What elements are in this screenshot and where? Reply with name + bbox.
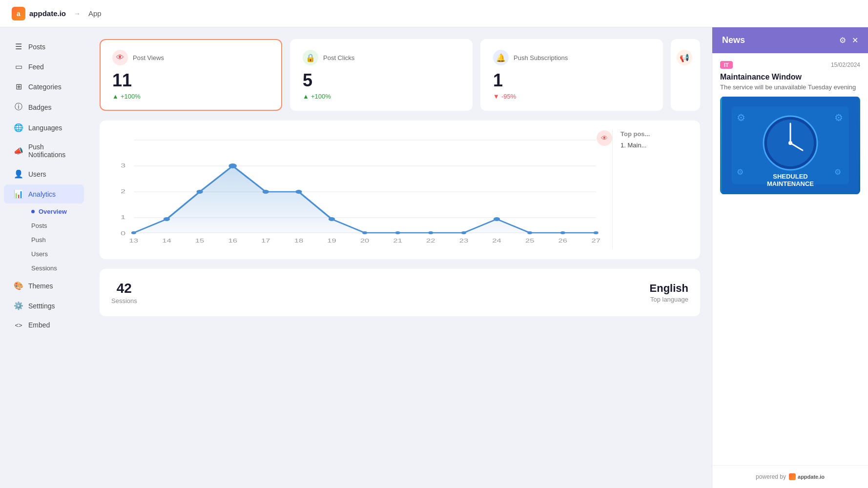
top-posts-title: Top pos... (620, 130, 690, 138)
svg-text:0: 0 (121, 230, 125, 236)
language-stat: English Top language (650, 282, 688, 303)
chart-area: 👁 0 1 2 3 (109, 130, 612, 249)
sidebar-label-themes: Themes (28, 282, 53, 290)
stat-change-subs: ▼ -95% (493, 93, 650, 100)
language-value: English (650, 282, 688, 295)
users-icon: 👤 (14, 169, 23, 179)
main-content: 👁 Post Views 11 ▲ +100% 🔒 Post Clicks 5 … (88, 27, 712, 488)
news-item-title: Maintainance Window (720, 73, 860, 81)
footer-logo-icon (789, 473, 796, 480)
stat-card-header-views: 👁 Post Views (112, 50, 269, 65)
stat-value-clicks: 5 (303, 70, 460, 91)
sidebar-item-analytics[interactable]: 📊 Analytics (4, 184, 84, 203)
svg-point-12 (196, 190, 203, 194)
push-notifications-icon: 📣 (14, 146, 23, 156)
svg-point-24 (594, 231, 599, 234)
news-header-actions: ⚙ ✕ (839, 36, 858, 45)
up-arrow-views: ▲ (112, 93, 119, 100)
svg-text:13: 13 (129, 238, 139, 244)
sidebar: ☰ Posts ▭ Feed ⊞ Categories ⓘ Badges 🌐 L… (0, 27, 88, 488)
posts-icon: ☰ (14, 42, 23, 51)
stat-card-header-subs: 🔔 Push Subscriptions (493, 50, 650, 65)
stat-card-extra[interactable]: 📢 (671, 39, 700, 111)
sidebar-item-embed[interactable]: <> Embed (4, 316, 84, 334)
svg-point-16 (329, 217, 335, 221)
stat-card-push-subscriptions[interactable]: 🔔 Push Subscriptions 1 ▼ -95% (480, 39, 663, 111)
svg-text:25: 25 (525, 238, 535, 244)
stat-card-post-clicks[interactable]: 🔒 Post Clicks 5 ▲ +100% (290, 39, 473, 111)
main-layout: ☰ Posts ▭ Feed ⊞ Categories ⓘ Badges 🌐 L… (0, 27, 868, 488)
sidebar-item-users[interactable]: 👤 Users (4, 164, 84, 183)
sidebar-sub-overview[interactable]: Overview (25, 204, 84, 219)
svg-text:24: 24 (492, 238, 501, 244)
post-clicks-icon: 🔒 (303, 50, 318, 65)
sidebar-item-settings[interactable]: ⚙️ Setttings (4, 296, 84, 315)
up-arrow-clicks: ▲ (303, 93, 309, 100)
push-subscriptions-icon: 🔔 (493, 50, 509, 65)
sidebar-item-languages[interactable]: 🌐 Languages (4, 118, 84, 137)
top-posts-panel: Top pos... 1. Main... (612, 130, 690, 249)
languages-icon: 🌐 (14, 123, 23, 132)
logo-icon: a (12, 7, 25, 20)
svg-text:16: 16 (228, 238, 237, 244)
sidebar-item-badges[interactable]: ⓘ Badges (4, 97, 84, 117)
chart-eye-button[interactable]: 👁 (597, 130, 612, 146)
news-settings-button[interactable]: ⚙ (839, 36, 846, 45)
sidebar-sub-posts[interactable]: Posts (25, 219, 84, 233)
sidebar-item-posts[interactable]: ☰ Posts (4, 37, 84, 56)
svg-point-22 (527, 231, 532, 234)
sidebar-sub-sessions[interactable]: Sessions (25, 261, 84, 275)
sidebar-label-badges: Badges (28, 103, 51, 111)
svg-text:21: 21 (393, 238, 402, 244)
sidebar-item-push-notifications[interactable]: 📣 Push Notifications (4, 138, 84, 163)
sidebar-label-feed: Feed (28, 63, 44, 71)
svg-text:⚙: ⚙ (737, 112, 745, 123)
badges-icon: ⓘ (14, 102, 23, 112)
sidebar-sub-users[interactable]: Users (25, 247, 84, 261)
sidebar-label-analytics: Analytics (28, 190, 56, 198)
svg-text:20: 20 (360, 238, 370, 244)
svg-point-18 (395, 231, 400, 234)
sessions-stat: 42 Sessions (111, 281, 137, 305)
stat-card-post-views[interactable]: 👁 Post Views 11 ▲ +100% (100, 39, 282, 111)
down-arrow-subs: ▼ (493, 93, 499, 100)
stat-change-pct-clicks: +100% (311, 93, 331, 100)
categories-icon: ⊞ (14, 82, 23, 91)
logo[interactable]: a appdate.io (12, 7, 66, 20)
sidebar-label-embed: Embed (28, 321, 50, 329)
footer-powered-by: powered by (756, 473, 786, 480)
news-header: News ⚙ ✕ (712, 27, 868, 53)
svg-point-14 (263, 190, 269, 194)
svg-point-23 (560, 231, 565, 234)
stat-title-views: Post Views (133, 54, 164, 61)
sidebar-item-categories[interactable]: ⊞ Categories (4, 77, 84, 96)
bottom-stats-bar: 42 Sessions English Top language (100, 269, 700, 316)
top-post-item-1: 1. Main... (620, 142, 690, 149)
news-close-button[interactable]: ✕ (852, 36, 858, 45)
sidebar-label-categories: Categories (28, 83, 62, 91)
sidebar-sub-push[interactable]: Push (25, 233, 84, 247)
sidebar-item-feed[interactable]: ▭ Feed (4, 57, 84, 76)
sidebar-item-themes[interactable]: 🎨 Themes (4, 276, 84, 295)
news-panel: News ⚙ ✕ IT 15/02/2024 Maintainance Wind… (712, 27, 868, 488)
extra-icon: 📢 (677, 50, 692, 65)
svg-text:22: 22 (426, 238, 435, 244)
svg-point-11 (164, 217, 170, 221)
svg-text:⚙: ⚙ (834, 112, 843, 123)
stats-row: 👁 Post Views 11 ▲ +100% 🔒 Post Clicks 5 … (100, 39, 700, 111)
feed-icon: ▭ (14, 62, 23, 71)
sidebar-label-languages: Languages (28, 124, 62, 132)
settings-icon: ⚙️ (14, 301, 23, 310)
maintenance-image-svg: SHEDULED MAINTENANCE ⚙ ⚙ ⚙ ⚙ (722, 97, 859, 194)
stat-title-clicks: Post Clicks (323, 54, 354, 61)
sub-label-sessions: Sessions (31, 264, 57, 272)
sidebar-label-settings: Setttings (28, 302, 55, 310)
embed-icon: <> (14, 322, 23, 329)
news-badge: IT (720, 61, 733, 69)
svg-text:23: 23 (459, 238, 469, 244)
sub-label-users: Users (31, 250, 48, 258)
svg-point-15 (295, 190, 302, 194)
stat-change-views: ▲ +100% (112, 93, 269, 100)
stat-value-subs: 1 (493, 70, 650, 91)
svg-text:3: 3 (121, 163, 125, 168)
